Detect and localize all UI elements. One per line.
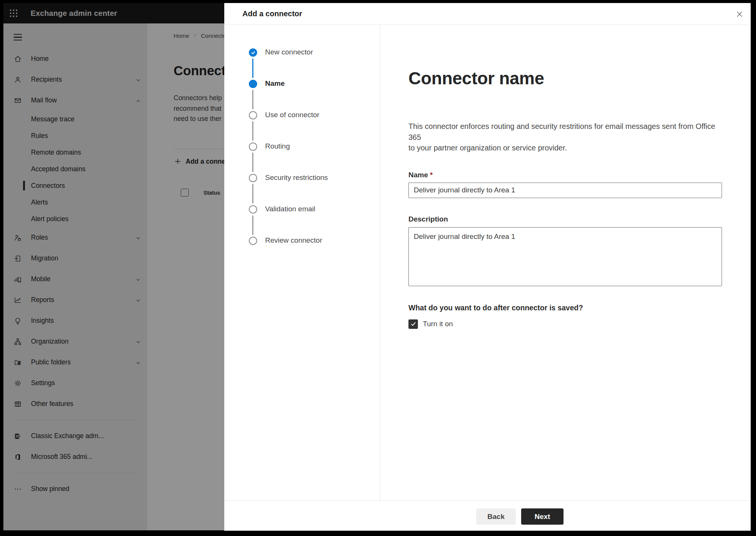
name-field-label: Name* <box>408 171 722 179</box>
description-field-label: Description <box>408 215 722 223</box>
modal-header: Add a connector <box>224 3 751 25</box>
step-new-connector[interactable]: New connector <box>265 48 313 56</box>
step-use-of-connector[interactable]: Use of connector <box>265 111 320 119</box>
turn-it-on-label: Turn it on <box>423 320 453 328</box>
step-name[interactable]: Name <box>265 79 285 88</box>
step-connector-line <box>252 59 253 78</box>
page-heading: Connector name <box>408 67 722 89</box>
turn-it-on-checkbox-row[interactable]: Turn it on <box>408 319 722 329</box>
required-asterisk: * <box>430 171 433 179</box>
modal-title: Add a connector <box>242 9 302 18</box>
step-security-restrictions[interactable]: Security restrictions <box>265 174 328 182</box>
step-dot-new-connector <box>249 48 257 57</box>
step-routing[interactable]: Routing <box>265 142 290 150</box>
step-validation-email[interactable]: Validation email <box>265 205 315 213</box>
step-dot-routing <box>249 143 257 151</box>
modal-footer: Back Next <box>224 500 751 531</box>
turn-it-on-checkbox[interactable] <box>408 319 418 329</box>
step-dot-security-restrictions <box>249 174 257 182</box>
step-dot-validation-email <box>249 205 257 214</box>
step-dot-use-of-connector <box>249 111 257 119</box>
connector-description-text: This connector enforces routing and secu… <box>408 121 722 153</box>
wizard-stepper: New connector Name Use of connector Rout… <box>224 25 380 500</box>
step-connector-line <box>252 153 253 172</box>
close-icon[interactable] <box>733 8 745 20</box>
step-connector-line <box>252 90 253 109</box>
description-textarea[interactable]: Deliver journal directly to Area 1 <box>408 227 722 286</box>
back-button[interactable]: Back <box>476 508 516 525</box>
next-button[interactable]: Next <box>521 508 564 525</box>
step-connector-line <box>252 121 253 141</box>
step-dot-name <box>249 80 257 88</box>
name-input[interactable] <box>408 183 722 198</box>
add-connector-modal: Add a connector New connector Name Use o… <box>224 3 751 531</box>
step-review-connector[interactable]: Review connector <box>265 236 322 245</box>
wizard-content: Connector name This connector enforces r… <box>380 25 751 500</box>
step-connector-line <box>252 215 253 235</box>
step-connector-line <box>252 184 253 203</box>
after-save-question: What do you want to do after connector i… <box>408 304 722 312</box>
step-dot-review-connector <box>249 237 257 245</box>
